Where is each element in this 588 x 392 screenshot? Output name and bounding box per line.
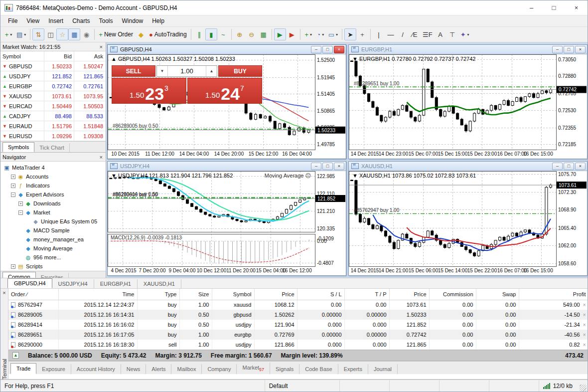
text-button[interactable]: A [435,28,446,40]
indicators-button[interactable]: +▾ [302,28,314,40]
navigator-item-downloads[interactable]: +◆Downloads [2,199,106,208]
chart-window-titlebar[interactable]: USDJPY,H4–□× [108,162,346,171]
market-watch-row-xauusd[interactable]: ▼XAUUSD1073.611073.95 [0,91,106,101]
collapse-icon[interactable]: − [11,193,15,197]
chart-window-titlebar[interactable]: XAUUSD,H1–□× [349,162,587,171]
market-watch-row-eurusd[interactable]: ▼EURUSD1.092961.09308 [0,131,106,141]
order-row-86289651[interactable]: 862896512015.12.16 16:17:05buy1.00eurgbp… [8,330,588,340]
strategy-tester-button[interactable]: ◉ [80,28,92,40]
horizontal-line-button[interactable]: — [385,28,397,40]
navigator-button[interactable]: ☆ [56,28,68,40]
maximize-button[interactable]: □ [543,0,565,15]
chart-canvas[interactable]: 14 Dec 201514 Dec 21:0015 Dec 06:0015 De… [349,171,587,275]
navigator-close-icon[interactable]: × [99,154,104,160]
expand-icon[interactable]: + [11,184,15,188]
market-watch-button[interactable]: ⇅ [32,28,44,40]
order-row-86289005[interactable]: 862890052015.12.16 16:14:31buy0.50gbpusd… [8,310,588,320]
expand-icon[interactable]: + [11,264,15,269]
data-window-button[interactable]: ▦ [68,28,80,40]
terminal-close-icon[interactable]: × [2,290,5,296]
zoom-in-button[interactable]: ⊕ [234,28,246,40]
new-order-button[interactable]: +New Order [97,28,135,40]
sell-price-panel[interactable]: 1.50233 [112,78,186,104]
chart-minimize-button[interactable]: – [311,46,321,53]
buy-button[interactable]: BUY [218,65,262,77]
metaeditor-button[interactable]: ◆ [135,28,147,40]
candlestick-chart-button[interactable]: ▮ [205,28,217,40]
expand-icon[interactable]: + [18,201,23,206]
menu-charts[interactable]: Charts [68,16,94,25]
chart-tab-gbpusd-h4[interactable]: GBPUSD,H4 [7,278,52,288]
chart-minimize-button[interactable]: – [552,163,563,170]
navigator-item-macd-sample[interactable]: ◆MACD Sample [2,226,106,235]
market-watch-tab-symbols[interactable]: Symbols [2,142,34,152]
text-label-button[interactable]: ⊤ [446,28,458,40]
templates-button[interactable]: ▭▾ [326,28,340,40]
market-watch-row-eurgbp[interactable]: ▲EURGBP0.727420.72761 [0,81,106,91]
chart-window-titlebar[interactable]: EURGBP,H1–□× [349,45,587,54]
chart-restore-button[interactable]: □ [322,163,333,170]
market-watch-tab-tick-chart[interactable]: Tick Chart [34,143,70,152]
tile-windows-button[interactable]: ▦ [258,28,270,40]
terminal-tab-news[interactable]: News [121,364,147,374]
close-order-icon[interactable]: × [583,312,586,318]
status-profile[interactable]: Default [265,380,340,392]
menu-window[interactable]: Window [118,16,148,25]
new-chart-button[interactable]: +▾ [2,28,14,40]
navigator-item-metatrader-4[interactable]: ▣MetaTrader 4 [2,163,106,172]
chart-restore-button[interactable]: □ [564,46,574,53]
chart-minimize-button[interactable]: – [552,46,563,53]
chart-close-button[interactable]: × [575,163,586,170]
vertical-line-button[interactable]: | [373,28,385,40]
market-watch-row-eurcad[interactable]: ▼EURCAD1.504491.50503 [0,101,106,111]
line-chart-button[interactable]: ~ [217,28,229,40]
collapse-icon[interactable]: − [18,210,23,215]
chart-window-titlebar[interactable]: GBPUSD,H4–□× [108,45,346,54]
terminal-tab-trade[interactable]: Trade [10,363,36,374]
terminal-tab-company[interactable]: Company [202,364,237,374]
bar-chart-button[interactable]: ∥ [193,28,205,40]
terminal-tab-experts[interactable]: Experts [338,364,368,374]
crosshair-button[interactable]: + [356,28,368,40]
periods-button[interactable]: ◔▾ [314,28,326,40]
terminal-tab-code-base[interactable]: Code Base [299,364,338,374]
resize-grip[interactable] [580,385,587,392]
terminal-tab-market[interactable]: Market57 [237,363,270,374]
market-watch-row-euraud[interactable]: ▼EURAUD1.517961.51848 [0,121,106,131]
chart-tab-xauusd-h1[interactable]: XAUUSD,H1 [138,279,181,288]
chart-shift-button[interactable]: ▶ [286,28,298,40]
volume-down-icon[interactable]: ▼ [157,66,168,76]
menu-insert[interactable]: Insert [44,16,68,25]
crosshair-window-button[interactable]: ◫ [44,28,56,40]
navigator-item-moving-average[interactable]: ◆Moving Average [2,244,106,253]
chart-restore-button[interactable]: □ [322,46,333,53]
chart-canvas[interactable]: 4 Dec 20157 Dec 20:009 Dec 04:0010 Dec 1… [108,171,346,275]
close-order-icon[interactable]: × [583,332,586,338]
autotrading-button[interactable]: ●AutoTrading [147,28,189,40]
channel-button[interactable]: ∕E [409,28,421,40]
close-order-icon[interactable]: × [583,342,586,348]
menu-file[interactable]: File [3,16,22,25]
navigator-item-money-manager-ea[interactable]: ◆money_manager_ea [2,235,106,244]
zoom-out-button[interactable]: ⊖ [246,28,258,40]
terminal-tab-journal[interactable]: Journal [368,364,398,374]
profiles-button[interactable]: ▤▾ [14,28,28,40]
chart-tab-eurgbp-h1[interactable]: EURGBP,H1 [94,279,138,288]
navigator-item-expert-advisors[interactable]: −◆Expert Advisors [2,190,106,199]
menu-tools[interactable]: Tools [95,16,118,25]
navigator-item-unique-eas-system-05[interactable]: ◆Unique EAs System 05 [2,217,106,226]
close-order-icon[interactable]: × [583,302,586,308]
navigator-item-scripts[interactable]: +▤Scripts [2,262,106,271]
volume-value[interactable]: 1.00 [168,66,206,76]
terminal-tab-exposure[interactable]: Exposure [36,364,71,374]
chart-canvas[interactable]: 14 Dec 201514 Dec 23:0015 Dec 07:0015 De… [349,54,587,159]
menu-help[interactable]: Help [147,16,169,25]
auto-scroll-button[interactable]: ▶ [274,28,286,40]
chart-canvas[interactable]: 10 Dec 201511 Dec 12:0014 Dec 04:0014 De… [108,54,346,159]
navigator-item-indicators[interactable]: +ƒIndicators [2,181,106,190]
chart-close-button[interactable]: × [575,46,586,53]
market-watch-close-icon[interactable]: × [99,44,104,50]
order-row-86290000[interactable]: 862900002015.12.16 16:18:30sell1.00usdjp… [8,340,588,350]
buy-price-panel[interactable]: 1.50247 [187,78,262,104]
sell-button[interactable]: SELL [112,65,155,77]
